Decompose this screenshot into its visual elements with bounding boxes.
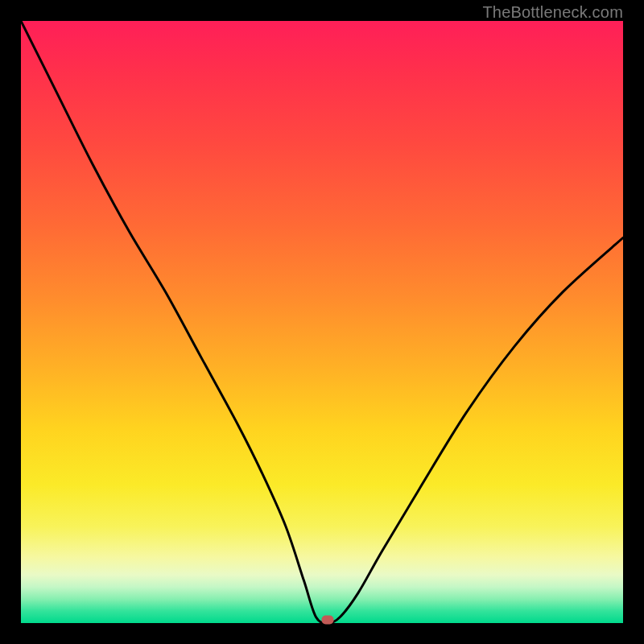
curve-svg [21,21,623,623]
chart-frame: TheBottleneck.com [0,0,644,644]
plot-area [21,21,623,623]
watermark-text: TheBottleneck.com [482,3,623,22]
bottleneck-curve [21,21,623,623]
minimum-marker [322,616,334,625]
